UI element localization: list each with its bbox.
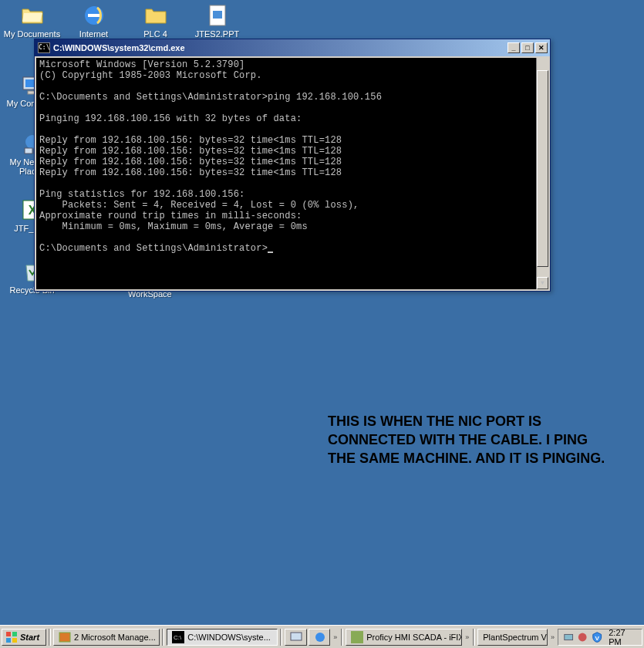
svg-rect-21 <box>565 634 573 640</box>
svg-rect-18 <box>291 633 302 640</box>
mmc-icon <box>59 631 71 643</box>
taskbar-separator <box>341 629 343 646</box>
taskbar-item-mmc[interactable]: 2 Microsoft Manage... ▼ <box>53 629 160 646</box>
chevron-icon[interactable]: » <box>332 633 339 641</box>
taskbar-item-cmd[interactable]: C:\ C:\WINDOWS\syste... <box>167 629 278 646</box>
svg-rect-14 <box>12 638 17 643</box>
annotation-text: THIS IS WHEN THE NIC PORT IS CONNECTED W… <box>328 412 605 467</box>
tray-icon-2[interactable] <box>577 631 588 643</box>
taskbar-separator <box>162 629 164 646</box>
window-title: C:\WINDOWS\system32\cmd.exe <box>53 43 507 52</box>
svg-text:V: V <box>595 634 599 641</box>
tray-icon-1[interactable] <box>563 631 574 643</box>
svg-rect-11 <box>6 632 11 636</box>
icon-label: My Documents <box>3 29 61 39</box>
task-label: PlantSpectrum V5 <box>483 633 548 642</box>
chevron-icon[interactable]: » <box>464 633 470 641</box>
clock[interactable]: 2:27 PM <box>605 628 637 646</box>
windows-logo-icon <box>5 631 18 643</box>
taskbar-item-plantspectrum[interactable]: PlantSpectrum V5 <box>477 629 548 646</box>
task-label: Proficy HMI SCADA - iFIX 4.0 <box>366 633 462 642</box>
antivirus-icon[interactable]: V <box>592 631 602 643</box>
scrollbar[interactable]: ▲ ▼ <box>536 58 548 289</box>
desktop-icon <box>290 631 302 643</box>
desktop-icon-file[interactable]: JTES2.PPT <box>188 3 246 39</box>
app-icon <box>351 631 363 643</box>
svg-rect-12 <box>12 632 17 636</box>
taskbar-separator <box>49 629 51 646</box>
svg-rect-15 <box>59 633 70 642</box>
svg-rect-20 <box>351 631 363 643</box>
close-button[interactable]: ✕ <box>535 42 548 53</box>
svg-rect-2 <box>213 11 222 19</box>
taskbar-separator <box>280 629 282 646</box>
taskbar: Start 2 Microsoft Manage... ▼ C:\ C:\WIN… <box>0 625 644 648</box>
taskbar-quicklaunch-1[interactable] <box>285 629 307 646</box>
taskbar-quicklaunch-ie[interactable] <box>309 629 331 646</box>
folder-icon <box>143 3 168 28</box>
task-label: 2 Microsoft Manage... <box>74 633 156 642</box>
scroll-down-button[interactable]: ▼ <box>537 277 548 289</box>
svg-point-19 <box>315 633 325 642</box>
scroll-track[interactable] <box>537 70 548 277</box>
ie-icon <box>82 3 106 28</box>
cmd-window[interactable]: C:\ C:\WINDOWS\system32\cmd.exe _ □ ✕ Mi… <box>34 39 551 292</box>
desktop-icon-internet[interactable]: Internet <box>65 3 123 39</box>
start-label: Start <box>20 633 39 642</box>
folder-open-icon <box>20 3 45 28</box>
svg-text:C:\: C:\ <box>174 634 182 641</box>
desktop-icon-my-documents[interactable]: My Documents <box>3 3 61 39</box>
desktop-icon-folder[interactable]: PLC 4 <box>126 3 184 39</box>
scroll-thumb[interactable] <box>537 70 548 267</box>
cmd-output[interactable]: Microsoft Windows [Version 5.2.3790] (C)… <box>36 58 548 289</box>
icon-label: Internet <box>65 29 123 39</box>
chevron-icon[interactable]: » <box>549 633 556 641</box>
taskbar-separator <box>473 629 475 646</box>
cursor <box>268 251 273 253</box>
ie-icon <box>314 631 326 643</box>
task-label: C:\WINDOWS\syste... <box>187 633 271 642</box>
file-icon <box>205 3 230 28</box>
cmd-icon: C:\ <box>172 631 184 643</box>
svg-point-22 <box>578 633 587 641</box>
cmd-title-icon: C:\ <box>38 42 50 53</box>
minimize-button[interactable]: _ <box>507 42 520 53</box>
titlebar[interactable]: C:\ C:\WINDOWS\system32\cmd.exe _ □ ✕ <box>35 39 550 56</box>
system-tray: V 2:27 PM <box>558 629 642 646</box>
taskbar-item-proficy[interactable]: Proficy HMI SCADA - iFIX 4.0 <box>346 629 462 646</box>
icon-label: PLC 4 <box>126 29 184 39</box>
icon-label: JTES2.PPT <box>188 29 246 39</box>
svg-rect-13 <box>6 638 11 643</box>
svg-rect-7 <box>25 148 32 154</box>
maximize-button[interactable]: □ <box>521 42 534 53</box>
start-button[interactable]: Start <box>2 629 46 646</box>
